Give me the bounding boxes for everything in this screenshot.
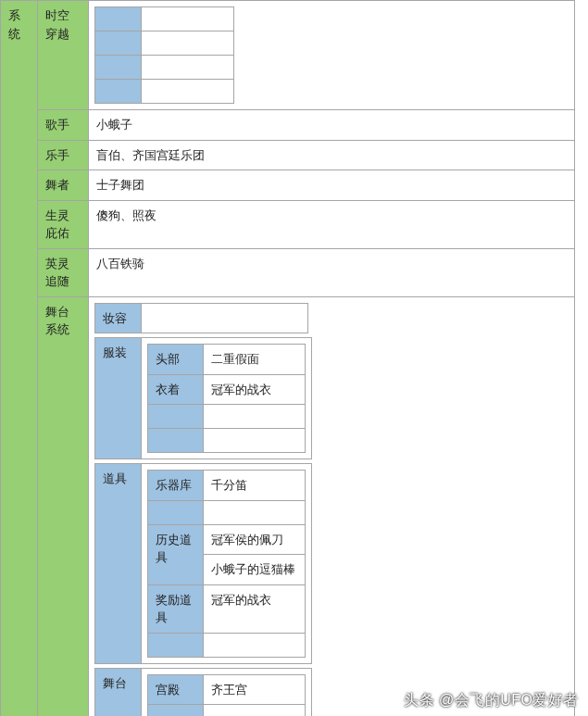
main-table: 系统 时空穿越 歌手 小蛾子 乐手 盲伯、齐国宫廷乐团 舞者 士子舞团 生灵庇佑…: [0, 0, 575, 716]
props-inner-table: 乐器库 千分笛 历史道具 冠军侯的佩刀: [147, 470, 306, 658]
props-instruments-label: 乐器库: [148, 471, 204, 501]
row-hero-label: 英灵追随: [38, 248, 89, 296]
empty-cell: [142, 56, 234, 80]
row-singer-label: 歌手: [38, 110, 89, 141]
costume-nested: 头部 二重假面 衣着 冠军的战衣: [142, 338, 312, 459]
stage-label: 舞台: [95, 668, 142, 716]
props-reward-value: 冠军的战衣: [204, 584, 306, 633]
blue-cell: [148, 500, 204, 524]
blue-cell: [95, 31, 142, 56]
costume-clothes-value: 冠军的战衣: [204, 374, 306, 405]
empty-cell: [142, 80, 234, 104]
costume-inner-table: 头部 二重假面 衣着 冠军的战衣: [147, 344, 306, 453]
row-musician-label: 乐手: [38, 140, 89, 170]
makeup-table: 妆容: [94, 303, 308, 334]
empty-cell: [204, 633, 306, 657]
blue-cell: [95, 7, 142, 31]
stage-palace-label: 宫殿: [148, 674, 204, 705]
costume-table: 服装 头部 二重假面 衣着 冠军的战衣: [94, 337, 312, 459]
props-nested: 乐器库 千分笛 历史道具 冠军侯的佩刀: [142, 464, 312, 664]
empty-cell: [142, 7, 234, 31]
blue-cell: [148, 429, 204, 453]
blue-cell: [95, 56, 142, 80]
props-instruments-value: 千分笛: [204, 471, 306, 501]
row-stage-system-label: 舞台系统: [38, 296, 89, 716]
row-time-travel-value: [89, 1, 575, 110]
costume-head-value: 二重假面: [204, 345, 306, 375]
costume-label: 服装: [95, 338, 142, 459]
time-travel-table: [94, 6, 234, 104]
row-spirit-value: 傻狗、照夜: [89, 200, 575, 248]
blue-cell: [148, 633, 204, 657]
props-history-value2: 小蛾子的逗猫棒: [204, 555, 306, 585]
stage-nested: 宫殿 齐王宫: [142, 668, 312, 716]
empty-cell: [204, 500, 306, 524]
empty-cell: [204, 429, 306, 453]
blue-cell: [148, 405, 204, 429]
row-musician-value: 盲伯、齐国宫廷乐团: [89, 140, 575, 170]
root-header: 系统: [1, 1, 38, 717]
blue-cell: [148, 705, 204, 717]
stage-palace-value: 齐王宫: [204, 674, 306, 705]
row-time-travel-label: 时空穿越: [38, 1, 89, 110]
empty-cell: [204, 405, 306, 429]
costume-clothes-label: 衣着: [148, 374, 204, 405]
row-singer-value: 小蛾子: [89, 110, 575, 141]
props-reward-label: 奖励道具: [148, 584, 204, 633]
row-dancer-value: 士子舞团: [89, 170, 575, 201]
props-history-value1: 冠军侯的佩刀: [204, 524, 306, 555]
props-history-label: 历史道具: [148, 524, 204, 584]
row-spirit-label: 生灵庇佑: [38, 200, 89, 248]
makeup-label: 妆容: [95, 303, 142, 333]
empty-cell: [204, 705, 306, 717]
stage-inner-table: 宫殿 齐王宫: [147, 674, 306, 717]
row-dancer-label: 舞者: [38, 170, 89, 201]
stage-table: 舞台 宫殿 齐王宫: [94, 668, 312, 717]
costume-head-label: 头部: [148, 345, 204, 375]
row-hero-value: 八百铁骑: [89, 248, 575, 296]
blue-cell: [95, 80, 142, 104]
makeup-value: [142, 303, 308, 333]
props-table: 道具 乐器库 千分笛 历史道具: [94, 463, 312, 664]
props-label: 道具: [95, 464, 142, 664]
empty-cell: [142, 31, 234, 56]
row-stage-system-value: 妆容 服装 头部 二重假面 衣着: [89, 296, 575, 716]
